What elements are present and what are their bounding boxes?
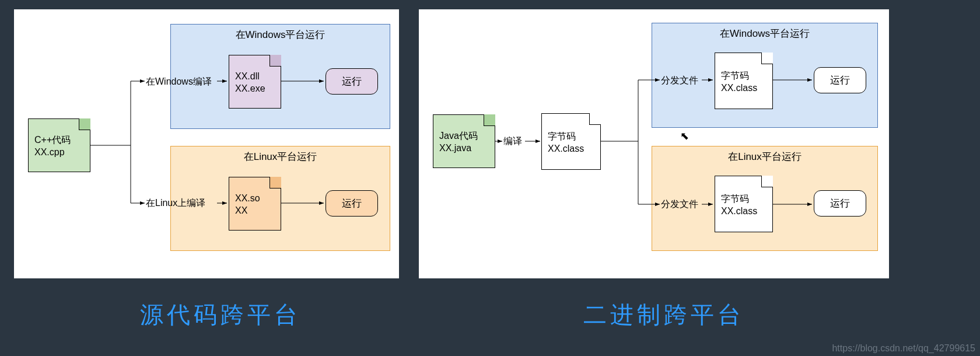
windows-run-label: 运行 <box>342 75 362 88</box>
windows-title: 在Windows平台运行 <box>171 28 390 41</box>
windows-run-node-right: 运行 <box>814 67 866 93</box>
panel-binary-cross-platform: Java代码 XX.java 编译 字节码 XX.class 在Windows平… <box>419 9 889 278</box>
windows-run-label-right: 运行 <box>830 74 850 87</box>
linux-title: 在Linux平台运行 <box>171 150 390 163</box>
linux-run-label: 运行 <box>342 197 362 210</box>
file-fold-icon <box>761 53 773 64</box>
windows-binary-file: XX.dll XX.exe <box>229 55 281 109</box>
edge-label-dist-linux: 分发文件 <box>661 198 698 211</box>
file-fold-icon <box>270 177 281 189</box>
windows-bytecode-filename: XX.class <box>721 82 766 95</box>
file-fold-icon <box>484 114 495 126</box>
linux-out-so: XX.so <box>235 193 275 205</box>
linux-title-right: 在Linux平台运行 <box>652 150 877 163</box>
linux-binary-file: XX.so XX <box>229 177 281 231</box>
watermark: https://blog.csdn.net/qq_42799615 <box>832 343 975 354</box>
edge-label-linux-compile: 在Linux上编译 <box>146 197 205 210</box>
windows-bytecode-file: 字节码 XX.class <box>715 53 773 109</box>
cursor-icon: ⬉ <box>680 130 689 142</box>
linux-bytecode-filename: XX.class <box>721 205 766 218</box>
java-source-file: Java代码 XX.java <box>433 114 495 168</box>
caption-left: 源代码跨平台 <box>140 299 301 331</box>
edge-label-dist-win: 分发文件 <box>661 75 698 87</box>
bytecode-label: 字节码 <box>548 131 594 143</box>
file-fold-icon <box>761 176 773 187</box>
windows-run-node: 运行 <box>326 68 378 95</box>
linux-bytecode-file: 字节码 XX.class <box>715 176 773 232</box>
caption-right: 二进制跨平台 <box>583 299 744 331</box>
edge-label-win-compile: 在Windows编译 <box>146 76 212 88</box>
linux-run-label-right: 运行 <box>830 197 850 210</box>
linux-out-bin: XX <box>235 205 275 217</box>
windows-bytecode-label: 字节码 <box>721 70 766 82</box>
cpp-source-file: C++代码 XX.cpp <box>28 118 90 172</box>
linux-run-node: 运行 <box>326 190 378 217</box>
windows-title-right: 在Windows平台运行 <box>652 27 877 40</box>
bytecode-filename: XX.class <box>548 143 594 155</box>
windows-out-dll: XX.dll <box>235 71 275 83</box>
cpp-source-label: C++代码 <box>34 134 84 146</box>
windows-out-exe: XX.exe <box>235 83 275 95</box>
linux-run-node-right: 运行 <box>814 190 866 217</box>
cpp-source-filename: XX.cpp <box>34 146 84 159</box>
file-fold-icon <box>270 55 281 67</box>
java-source-label: Java代码 <box>439 130 489 142</box>
file-fold-icon <box>79 118 90 130</box>
edge-label-compile: 编译 <box>503 135 522 148</box>
linux-bytecode-label: 字节码 <box>721 193 766 205</box>
file-fold-icon <box>589 113 601 125</box>
bytecode-file: 字节码 XX.class <box>541 113 601 170</box>
panel-source-cross-platform: C++代码 XX.cpp 在Windows平台运行 XX.dll XX.exe … <box>14 9 399 278</box>
java-source-filename: XX.java <box>439 142 489 155</box>
